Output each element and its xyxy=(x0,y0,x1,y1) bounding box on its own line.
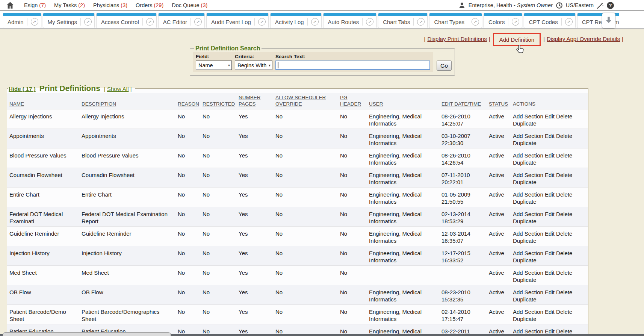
row-action-edit[interactable]: Edit xyxy=(545,191,555,198)
row-action-add-section[interactable]: Add Section xyxy=(513,289,543,295)
open-in-new-icon[interactable]: ↗ xyxy=(366,18,373,26)
display-appt-override-link[interactable]: Display Appt Override Details xyxy=(547,36,620,42)
row-action-duplicate[interactable]: Duplicate xyxy=(513,198,537,205)
row-action-delete[interactable]: Delete xyxy=(556,191,572,198)
row-action-duplicate[interactable]: Duplicate xyxy=(513,120,537,127)
row-action-edit[interactable]: Edit xyxy=(545,250,555,256)
row-action-edit[interactable]: Edit xyxy=(545,309,555,315)
home-icon[interactable] xyxy=(6,1,14,9)
open-in-new-icon[interactable]: ↗ xyxy=(194,18,202,26)
row-action-delete[interactable]: Delete xyxy=(556,289,572,295)
tab-ac-editor[interactable]: AC Editor↗ xyxy=(159,13,204,28)
column-header-user[interactable]: USER xyxy=(368,93,440,109)
column-header-status[interactable]: STATUS xyxy=(488,93,512,109)
tab-admin[interactable]: Admin↗ xyxy=(3,13,41,28)
tab-divider xyxy=(27,18,27,26)
row-action-duplicate[interactable]: Duplicate xyxy=(513,140,537,146)
column-header-edit-date-time[interactable]: EDIT DATE/TIME xyxy=(440,93,488,109)
topnav-item-orders[interactable]: Orders (29) xyxy=(136,2,163,8)
tab-chart-types[interactable]: Chart Types↗ xyxy=(429,13,482,28)
column-header-reason[interactable]: REASON xyxy=(177,93,201,109)
row-action-delete[interactable]: Delete xyxy=(556,152,572,159)
tab-colors[interactable]: Colors↗ xyxy=(484,13,522,28)
row-action-delete[interactable]: Delete xyxy=(556,250,572,256)
tab-audit-event-log[interactable]: Audit Event Log↗ xyxy=(207,13,268,28)
topnav-item-doc-queue[interactable]: Doc Queue (3) xyxy=(172,2,207,8)
search-text-input[interactable] xyxy=(275,61,430,70)
row-action-duplicate[interactable]: Duplicate xyxy=(513,179,537,185)
column-header-name[interactable]: NAME xyxy=(7,93,80,109)
row-action-duplicate[interactable]: Duplicate xyxy=(513,218,537,224)
open-in-new-icon[interactable]: ↗ xyxy=(311,18,319,26)
row-action-delete[interactable]: Delete xyxy=(556,172,572,178)
tab-my-settings[interactable]: My Settings↗ xyxy=(43,13,94,28)
field-select[interactable]: Name ▾ xyxy=(196,61,232,70)
row-action-duplicate[interactable]: Duplicate xyxy=(513,238,537,244)
row-action-add-section[interactable]: Add Section xyxy=(513,172,543,178)
row-action-duplicate[interactable]: Duplicate xyxy=(513,277,537,283)
display-print-definitions-link[interactable]: Display Print Definitions xyxy=(427,36,487,42)
row-action-add-section[interactable]: Add Section xyxy=(513,309,543,315)
open-in-new-icon[interactable]: ↗ xyxy=(31,18,38,26)
row-action-edit[interactable]: Edit xyxy=(545,152,555,159)
open-in-new-icon[interactable]: ↗ xyxy=(258,18,266,26)
column-header-number-pages[interactable]: NUMBERPAGES xyxy=(237,93,274,109)
row-action-add-section[interactable]: Add Section xyxy=(513,152,543,159)
row-action-add-section[interactable]: Add Section xyxy=(513,269,543,276)
open-in-new-icon[interactable]: ↗ xyxy=(512,18,519,26)
topnav-item-physicians[interactable]: Physicians (3) xyxy=(93,2,127,8)
row-action-delete[interactable]: Delete xyxy=(556,113,572,120)
tab-cpt-codes[interactable]: CPT Codes↗ xyxy=(524,13,575,28)
row-action-delete[interactable]: Delete xyxy=(556,230,572,237)
tab-accent-bar xyxy=(207,13,268,16)
row-action-edit[interactable]: Edit xyxy=(545,113,555,120)
go-button[interactable]: Go xyxy=(437,61,452,71)
row-action-delete[interactable]: Delete xyxy=(556,133,572,139)
open-in-new-icon[interactable]: ↗ xyxy=(84,18,92,26)
row-action-add-section[interactable]: Add Section xyxy=(513,133,543,139)
row-action-edit[interactable]: Edit xyxy=(545,172,555,178)
column-header-restricted[interactable]: RESTRICTED xyxy=(201,93,237,109)
row-action-edit[interactable]: Edit xyxy=(545,230,555,237)
help-icon[interactable]: ? xyxy=(607,2,614,9)
row-action-add-section[interactable]: Add Section xyxy=(513,230,543,237)
row-action-duplicate[interactable]: Duplicate xyxy=(513,296,537,303)
show-all-link[interactable]: Show All xyxy=(107,86,129,92)
wand-icon[interactable] xyxy=(597,2,604,9)
open-in-new-icon[interactable]: ↗ xyxy=(146,18,154,26)
tab-auto-routes[interactable]: Auto Routes↗ xyxy=(324,13,376,28)
row-action-edit[interactable]: Edit xyxy=(545,133,555,139)
add-definition-link[interactable]: Add Definition xyxy=(499,36,534,43)
row-action-add-section[interactable]: Add Section xyxy=(513,113,543,120)
tab-chart-tabs[interactable]: Chart Tabs↗ xyxy=(378,13,427,28)
row-action-delete[interactable]: Delete xyxy=(556,269,572,276)
clock-icon[interactable] xyxy=(556,2,563,9)
tab-access-control[interactable]: Access Control↗ xyxy=(97,13,156,28)
column-header-allow-scheduler-override[interactable]: ALLOW SCHEDULEROVERRIDE xyxy=(274,93,339,109)
column-header-description[interactable]: DESCRIPTION xyxy=(80,93,177,109)
row-action-add-section[interactable]: Add Section xyxy=(513,250,543,256)
row-action-delete[interactable]: Delete xyxy=(556,309,572,315)
row-action-add-section[interactable]: Add Section xyxy=(513,191,543,198)
row-action-add-section[interactable]: Add Section xyxy=(513,211,543,217)
open-in-new-icon[interactable]: ↗ xyxy=(472,18,479,26)
topnav-item-my-tasks[interactable]: My Tasks (2) xyxy=(54,2,85,8)
row-action-duplicate[interactable]: Duplicate xyxy=(513,257,537,263)
hide-link[interactable]: Hide ( 17 ) xyxy=(9,86,36,92)
topnav-item-esign[interactable]: Esign (7) xyxy=(24,2,46,8)
tab-activity-log[interactable]: Activity Log↗ xyxy=(271,13,321,28)
row-action-edit[interactable]: Edit xyxy=(545,289,555,295)
row-action-duplicate[interactable]: Duplicate xyxy=(513,159,537,166)
row-action-edit[interactable]: Edit xyxy=(545,269,555,276)
row-action-delete[interactable]: Delete xyxy=(556,211,572,217)
column-header-pg-header[interactable]: PGHEADER xyxy=(339,93,368,109)
row-action-edit[interactable]: Edit xyxy=(545,211,555,217)
row-action-duplicate[interactable]: Duplicate xyxy=(513,316,537,322)
tab-accent-bar xyxy=(271,13,321,16)
cell-name: OB Flow xyxy=(7,285,80,305)
cell-reason: No xyxy=(177,285,201,305)
open-in-new-icon[interactable]: ↗ xyxy=(417,18,425,26)
criteria-select[interactable]: Begins With ▾ xyxy=(235,61,272,70)
more-tabs-button[interactable] xyxy=(602,13,615,29)
open-in-new-icon[interactable]: ↗ xyxy=(565,18,573,26)
